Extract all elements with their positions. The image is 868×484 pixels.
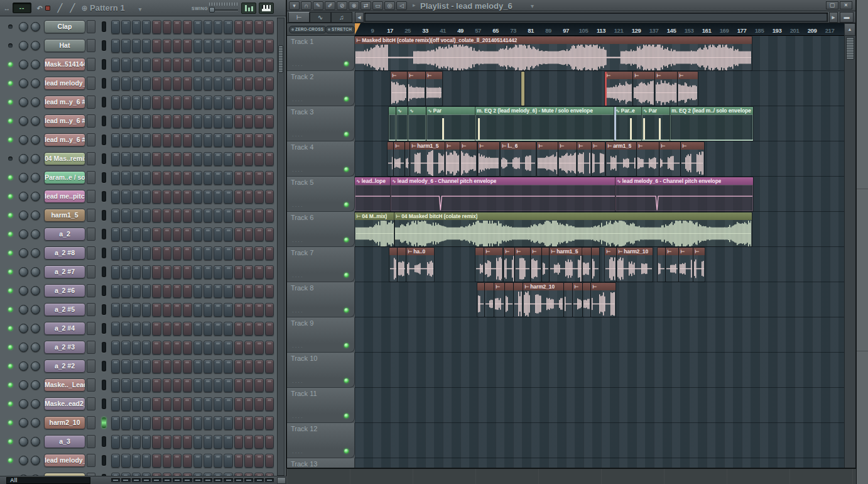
step-cell[interactable] — [234, 133, 243, 147]
volume-knob[interactable] — [31, 267, 40, 277]
pan-knob[interactable] — [19, 361, 28, 371]
step-cell[interactable] — [214, 360, 222, 373]
step-cell[interactable] — [152, 360, 161, 373]
step-footer-cell[interactable] — [183, 478, 192, 482]
pattern-dropdown-icon[interactable]: ▾ — [137, 4, 143, 15]
volume-knob[interactable] — [31, 361, 40, 371]
step-cell[interactable] — [121, 20, 130, 34]
track-header[interactable]: Track 5···· — [287, 177, 355, 212]
channel-button[interactable]: a_2 #5 — [44, 303, 85, 316]
channel-select-indicator[interactable] — [102, 40, 106, 51]
step-cell[interactable] — [132, 114, 141, 128]
step-cell[interactable] — [111, 209, 120, 223]
step-cell[interactable] — [265, 435, 274, 449]
stretch-toggle[interactable]: STRETCH — [325, 26, 355, 33]
slip-tool-icon[interactable]: ⇄ — [361, 1, 371, 10]
step-cell[interactable] — [142, 246, 151, 260]
step-cell[interactable] — [163, 58, 171, 72]
step-cell[interactable] — [234, 228, 243, 241]
channel-led[interactable] — [8, 307, 13, 312]
step-cell[interactable] — [193, 209, 202, 223]
step-cell[interactable] — [244, 416, 253, 430]
swing-slider-handle[interactable] — [209, 7, 215, 13]
track-led[interactable] — [344, 238, 349, 242]
step-cell[interactable] — [152, 209, 161, 223]
pan-knob[interactable] — [19, 305, 28, 314]
volume-knob[interactable] — [31, 305, 40, 314]
step-cell[interactable] — [265, 284, 274, 298]
step-cell[interactable] — [183, 114, 192, 128]
audio-clip[interactable]: ⊢ — [679, 248, 693, 282]
step-cell[interactable] — [183, 378, 192, 392]
step-cell[interactable] — [132, 303, 141, 317]
step-cell[interactable] — [183, 360, 192, 373]
track-led[interactable] — [344, 132, 349, 136]
step-cell[interactable] — [244, 190, 253, 204]
step-footer-cell[interactable] — [163, 478, 171, 482]
step-cell[interactable] — [183, 303, 192, 317]
paint-tool-icon[interactable]: ✐ — [325, 1, 335, 10]
step-cell[interactable] — [203, 416, 212, 430]
step-cell[interactable] — [224, 58, 232, 72]
channel-select-indicator[interactable] — [102, 135, 106, 145]
step-cell[interactable] — [163, 416, 171, 430]
step-cell[interactable] — [111, 171, 120, 185]
step-cell[interactable] — [244, 265, 253, 279]
step-cell[interactable] — [142, 341, 151, 355]
channel-led[interactable] — [8, 326, 13, 331]
step-cell[interactable] — [224, 416, 232, 430]
audio-clip[interactable]: ⊢ — [408, 72, 425, 106]
step-cell[interactable] — [224, 378, 232, 392]
channel-led[interactable] — [8, 81, 13, 85]
track-led[interactable] — [344, 202, 349, 207]
playlist-vertical-scrollbar-thumb[interactable] — [846, 37, 854, 60]
step-cell[interactable] — [203, 228, 212, 241]
step-cell[interactable] — [152, 20, 161, 34]
step-cell[interactable] — [132, 246, 141, 260]
step-cell[interactable] — [173, 265, 182, 279]
step-cell[interactable] — [121, 341, 130, 355]
step-cell[interactable] — [254, 435, 263, 449]
step-cell[interactable] — [163, 284, 171, 298]
step-cell[interactable] — [214, 190, 222, 204]
step-cell[interactable] — [265, 171, 274, 185]
audio-clip[interactable]: ⊢ — [515, 248, 530, 282]
channel-led[interactable] — [8, 232, 13, 236]
timeline-ruler[interactable]: 9172533414957657381899710511312112913714… — [355, 23, 844, 36]
step-cell[interactable] — [214, 171, 222, 185]
step-cell[interactable] — [163, 209, 171, 223]
step-cell[interactable] — [183, 77, 192, 91]
step-cell[interactable] — [183, 246, 192, 260]
audio-clip[interactable] — [542, 248, 549, 282]
pan-knob[interactable] — [19, 229, 28, 239]
step-cell[interactable] — [163, 190, 171, 204]
window-resize-grip[interactable] — [277, 477, 286, 484]
channel-button[interactable]: lead melody_6 — [44, 77, 85, 90]
step-cell[interactable] — [142, 171, 151, 185]
step-cell[interactable] — [173, 58, 182, 72]
track-header[interactable]: Track 6···· — [287, 212, 355, 247]
volume-knob[interactable] — [31, 192, 40, 201]
step-cell[interactable] — [173, 416, 182, 430]
step-cell[interactable] — [152, 152, 161, 166]
step-cell[interactable] — [203, 435, 212, 449]
channel-button[interactable]: Maske.._Lead2 — [44, 378, 85, 392]
tab-automation[interactable]: ∿ — [310, 12, 331, 23]
step-cell[interactable] — [244, 360, 253, 373]
volume-knob[interactable] — [31, 229, 40, 239]
step-cell[interactable] — [152, 265, 161, 279]
step-cell[interactable] — [214, 228, 222, 241]
step-cell[interactable] — [173, 114, 182, 128]
channel-led[interactable] — [8, 157, 13, 161]
step-cell[interactable] — [203, 190, 212, 204]
step-cell[interactable] — [183, 435, 192, 449]
draw-tool-icon[interactable]: ✎ — [313, 1, 323, 10]
automation-clip[interactable]: ∿lead..lope — [355, 177, 391, 211]
step-cell[interactable] — [193, 77, 202, 91]
audio-clip[interactable]: ⊢ — [460, 142, 477, 176]
track-header[interactable]: Track 13···· — [287, 458, 355, 468]
step-cell[interactable] — [214, 435, 222, 449]
playback-tool-icon[interactable]: ◁ — [396, 1, 407, 10]
step-footer-cell[interactable] — [121, 478, 130, 482]
step-cell[interactable] — [121, 171, 130, 185]
